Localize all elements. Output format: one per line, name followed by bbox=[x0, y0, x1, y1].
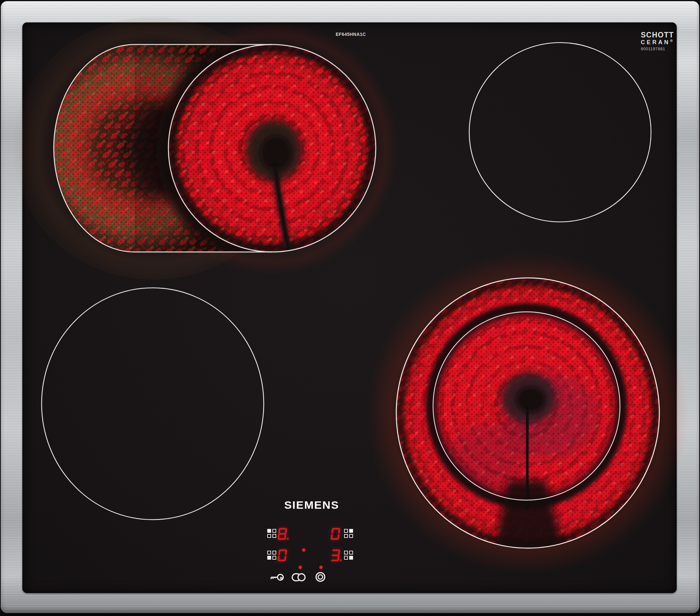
selector-square bbox=[267, 556, 271, 560]
selector-square bbox=[349, 551, 353, 555]
selector-square bbox=[349, 529, 353, 533]
segment-b bbox=[338, 529, 340, 533]
segment-f bbox=[278, 529, 280, 533]
serial-number: 9001197881 bbox=[641, 47, 665, 51]
dual-ring-icon[interactable] bbox=[315, 572, 326, 583]
schott-line2: CERAN® bbox=[641, 39, 674, 45]
selector-square bbox=[344, 551, 348, 555]
selector-square bbox=[344, 529, 348, 533]
brand-logo: SIEMENS bbox=[284, 499, 339, 511]
selector-square bbox=[272, 534, 276, 538]
segment-g bbox=[279, 533, 286, 535]
schott-line1: SCHOTT bbox=[641, 32, 674, 39]
power-display-back-right bbox=[330, 528, 344, 540]
selector-square bbox=[272, 551, 276, 555]
segment-b bbox=[338, 550, 340, 555]
selector-square bbox=[349, 534, 353, 538]
selector-square bbox=[267, 529, 271, 533]
selector-square bbox=[344, 534, 348, 538]
decimal-dot bbox=[287, 538, 289, 540]
indicator-dot-middle bbox=[302, 549, 305, 552]
selector-square bbox=[344, 556, 348, 560]
segment-b bbox=[285, 529, 287, 533]
zone-selector-icon-back-left[interactable] bbox=[267, 529, 276, 538]
power-display-front-left bbox=[277, 550, 291, 561]
indicator-dot-lower-right bbox=[320, 566, 323, 569]
segment-f bbox=[278, 550, 280, 555]
segment-b bbox=[285, 550, 287, 555]
selector-square bbox=[267, 551, 271, 555]
segment-d bbox=[331, 560, 339, 561]
indicator-dot-lower-left bbox=[299, 566, 302, 569]
selector-square bbox=[272, 529, 276, 533]
zone-selector-icon-front-left[interactable] bbox=[267, 551, 276, 560]
decimal-dot bbox=[340, 559, 342, 561]
model-number: EF645HNA1C bbox=[325, 32, 376, 37]
power-display-back-left bbox=[277, 528, 291, 540]
zone-selector-icon-back-right[interactable] bbox=[344, 529, 353, 538]
ceramic-glass-surface bbox=[22, 22, 677, 593]
cooktop-product-photo: EF645HNA1C SCHOTT CERAN® 9001197881 SIEM… bbox=[0, 0, 700, 616]
segment-f bbox=[331, 529, 334, 533]
selector-square bbox=[349, 556, 353, 560]
schott-ceran-logo: SCHOTT CERAN® bbox=[641, 32, 674, 45]
selector-square bbox=[272, 556, 276, 560]
selector-square bbox=[267, 534, 271, 538]
registered-mark-icon: ® bbox=[670, 39, 673, 42]
zone-selector-icon-front-right[interactable] bbox=[344, 551, 353, 560]
key-lock-icon[interactable] bbox=[270, 573, 285, 583]
dual-zone-extension-icon[interactable] bbox=[291, 573, 306, 583]
power-display-front-right bbox=[330, 550, 344, 561]
